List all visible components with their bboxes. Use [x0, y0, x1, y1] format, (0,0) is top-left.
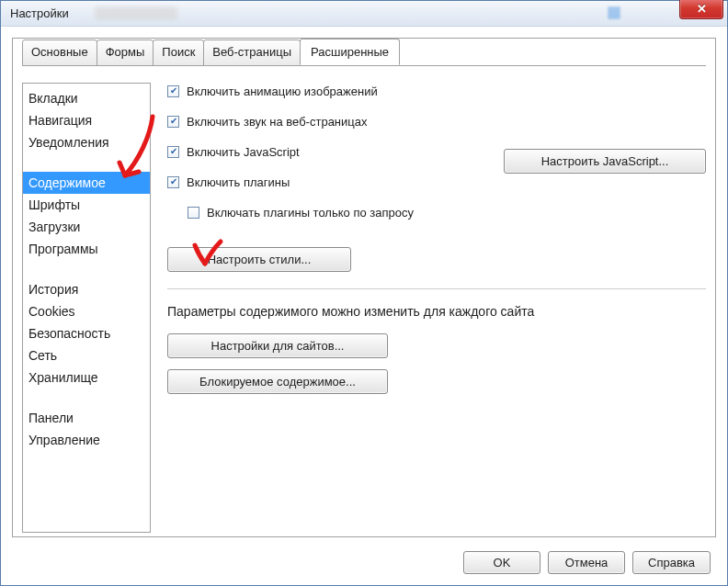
cancel-button[interactable]: Отмена	[548, 551, 625, 574]
tab-forms[interactable]: Формы	[97, 39, 154, 66]
tab-webpages[interactable]: Веб-страницы	[203, 39, 301, 66]
ok-button[interactable]: OK	[463, 551, 540, 574]
sidebar-item-storage[interactable]: Хранилище	[23, 366, 150, 389]
close-icon: ✕	[697, 2, 707, 16]
tab-basic[interactable]: Основные	[22, 39, 97, 66]
configure-javascript-button[interactable]: Настроить JavaScript...	[504, 149, 706, 174]
label-javascript: Включить JavaScript	[187, 145, 300, 159]
settings-window: Настройки ✕ Основные Формы Поиск Веб-стр…	[0, 0, 728, 586]
checkbox-plugins-on-demand[interactable]	[188, 207, 199, 219]
checkbox-sound[interactable]	[167, 116, 179, 128]
row-sound: Включить звук на веб-страницах	[167, 115, 706, 129]
row-animation: Включить анимацию изображений	[167, 85, 706, 98]
tab-search[interactable]: Поиск	[153, 39, 204, 66]
sidebar-item-security[interactable]: Безопасность	[23, 322, 150, 344]
dialog-footer: OK Отмена Справка	[463, 551, 711, 574]
sidebar-item-cookies[interactable]: Cookies	[23, 300, 150, 322]
content-area: Основные Формы Поиск Веб-страницы Расшир…	[12, 38, 716, 537]
titlebar: Настройки ✕	[1, 1, 727, 27]
sidebar-item-panels[interactable]: Панели	[23, 407, 150, 429]
titlebar-blur	[95, 6, 177, 20]
sidebar-item-network[interactable]: Сеть	[23, 344, 150, 366]
inner-layout: Вкладки Навигация Уведомления Содержимое…	[22, 83, 706, 533]
help-button[interactable]: Справка	[632, 551, 711, 574]
close-button[interactable]: ✕	[679, 0, 723, 19]
row-plugins-on-demand: Включать плагины только по запросу	[167, 206, 706, 220]
tab-underline	[22, 65, 706, 66]
sidebar: Вкладки Навигация Уведомления Содержимое…	[22, 83, 151, 533]
sidebar-item-navigation[interactable]: Навигация	[23, 109, 150, 131]
window-title: Настройки	[1, 6, 69, 20]
sidebar-item-content[interactable]: Содержимое	[23, 172, 150, 194]
checkbox-animation[interactable]	[167, 85, 179, 97]
sidebar-item-fonts[interactable]: Шрифты	[23, 194, 150, 216]
sidebar-item-management[interactable]: Управление	[23, 429, 150, 451]
label-sound: Включить звук на веб-страницах	[187, 115, 367, 129]
configure-styles-button[interactable]: Настроить стили...	[167, 247, 351, 272]
blocked-content-button[interactable]: Блокируемое содержимое...	[167, 369, 388, 394]
row-plugins: Включить плагины	[167, 175, 706, 189]
main-panel: Включить анимацию изображений Включить з…	[167, 83, 706, 533]
sidebar-item-downloads[interactable]: Загрузки	[23, 216, 150, 238]
checkbox-plugins[interactable]	[167, 176, 179, 188]
sidebar-item-programs[interactable]: Программы	[23, 238, 150, 260]
label-animation: Включить анимацию изображений	[187, 85, 378, 98]
label-plugins: Включить плагины	[187, 175, 290, 189]
checkbox-javascript[interactable]	[167, 146, 179, 158]
section-divider	[167, 288, 706, 289]
sidebar-item-history[interactable]: История	[23, 278, 150, 300]
sidebar-item-tabs[interactable]: Вкладки	[23, 87, 150, 109]
site-settings-button[interactable]: Настройки для сайтов...	[167, 333, 388, 358]
row-styles: Настроить стили...	[167, 247, 706, 272]
sidebar-item-notifications[interactable]: Уведомления	[23, 131, 150, 153]
titlebar-extra	[608, 6, 644, 20]
tab-bar: Основные Формы Поиск Веб-страницы Расшир…	[22, 39, 706, 65]
label-plugins-on-demand: Включать плагины только по запросу	[207, 206, 414, 220]
tab-advanced[interactable]: Расширенные	[300, 39, 400, 65]
site-settings-note: Параметры содержимого можно изменить для…	[167, 304, 706, 319]
